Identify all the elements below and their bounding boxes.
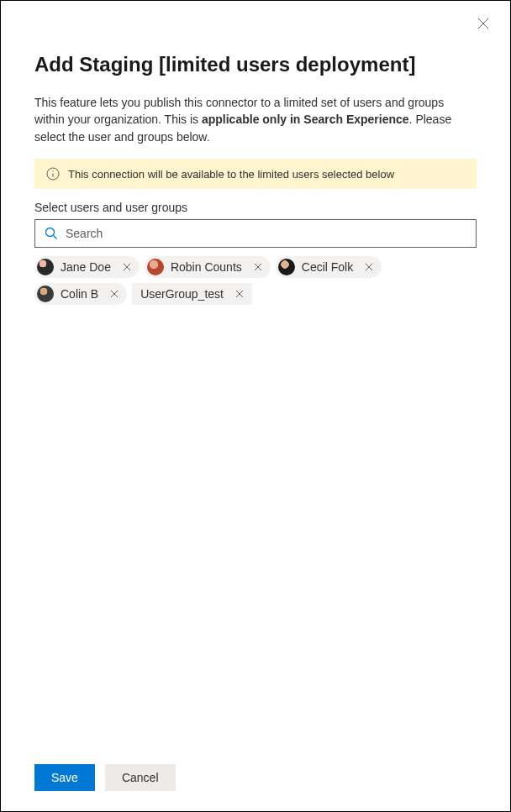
search-input[interactable] xyxy=(66,227,467,240)
cancel-button[interactable]: Cancel xyxy=(105,764,176,791)
add-staging-panel: Add Staging [limited users deployment] T… xyxy=(1,1,510,811)
chip-label: Robin Counts xyxy=(171,260,242,274)
info-banner-text: This connection will be available to the… xyxy=(68,168,394,181)
description-bold: applicable only in Search Experience xyxy=(202,113,409,126)
selected-chips: Jane Doe Robin Counts Cecil Folk xyxy=(34,256,477,305)
info-banner: This connection will be available to the… xyxy=(34,159,477,189)
info-icon xyxy=(46,167,60,181)
chip-group: UserGroup_test xyxy=(132,283,252,305)
chip-label: Colin B xyxy=(61,287,98,301)
svg-point-5 xyxy=(46,228,55,237)
search-box[interactable] xyxy=(34,219,477,248)
svg-point-3 xyxy=(52,170,53,171)
panel-footer: Save Cancel xyxy=(1,747,510,811)
close-icon xyxy=(477,18,489,32)
avatar xyxy=(37,286,54,302)
close-icon xyxy=(235,287,244,301)
close-icon xyxy=(254,260,262,274)
chip-remove-button[interactable] xyxy=(107,286,122,301)
chip-remove-button[interactable] xyxy=(232,286,247,301)
svg-line-6 xyxy=(54,236,57,239)
chip-remove-button[interactable] xyxy=(119,259,134,275)
panel-title: Add Staging [limited users deployment] xyxy=(34,51,477,77)
chip-label: Jane Doe xyxy=(61,260,111,274)
close-button[interactable] xyxy=(473,14,493,34)
avatar xyxy=(147,259,164,275)
avatar xyxy=(278,259,295,275)
chip-user: Robin Counts xyxy=(145,256,271,278)
close-icon xyxy=(365,260,373,274)
chip-label: UserGroup_test xyxy=(140,287,224,301)
chip-user: Colin B xyxy=(34,283,127,305)
avatar xyxy=(37,259,54,275)
chip-label: Cecil Folk xyxy=(302,260,353,274)
close-icon xyxy=(123,260,131,274)
search-icon xyxy=(44,226,59,241)
panel-content: Add Staging [limited users deployment] T… xyxy=(1,1,510,747)
select-users-label: Select users and user groups xyxy=(34,201,477,214)
chip-remove-button[interactable] xyxy=(361,259,377,275)
chip-user: Jane Doe xyxy=(34,256,140,278)
chip-remove-button[interactable] xyxy=(250,259,266,275)
panel-description: This feature lets you publish this conne… xyxy=(34,94,477,145)
save-button[interactable]: Save xyxy=(34,764,95,791)
chip-user: Cecil Folk xyxy=(276,256,382,278)
close-icon xyxy=(110,287,119,301)
